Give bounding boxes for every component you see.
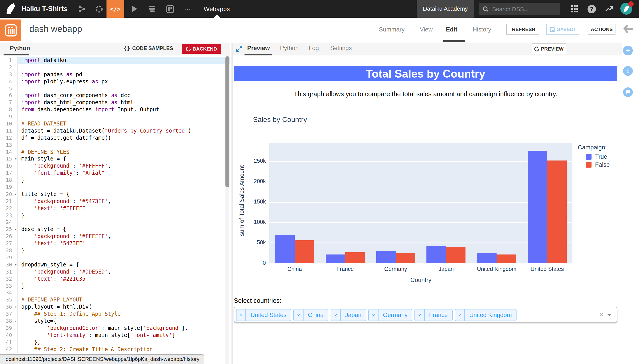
info-button[interactable]: i — [623, 66, 633, 76]
tab-view[interactable]: View — [420, 26, 433, 33]
chip-remove-button[interactable]: × — [369, 310, 379, 320]
dataiku-academy-link[interactable]: Dataiku Academy — [417, 0, 474, 18]
code-line[interactable]: 17 'font-family': "Arial" — [0, 170, 230, 177]
saved-button[interactable]: SAVED! — [546, 24, 579, 34]
code-line[interactable]: 14# DEFINE STYLES — [0, 149, 230, 156]
fold-caret-icon[interactable]: ▾ — [15, 304, 17, 311]
bar-true-china[interactable] — [275, 235, 295, 263]
preview-refresh-button[interactable]: PREVIEW — [532, 44, 566, 54]
code-line[interactable]: 12df = dataset.get_dataframe() — [0, 135, 230, 142]
fold-caret-icon[interactable]: ▾ — [15, 191, 17, 198]
fold-caret-icon[interactable]: ▾ — [15, 226, 17, 234]
code-line[interactable]: 11dataset = dataiku.Dataset("Orders_by_C… — [0, 128, 230, 135]
fold-caret-icon[interactable]: ▾ — [15, 156, 17, 163]
code-line[interactable]: 33} — [0, 283, 230, 290]
country-multiselect[interactable]: ×United States×China×Japan×Germany×Franc… — [234, 307, 617, 322]
backend-button[interactable]: BACKEND — [182, 44, 221, 54]
lab-icon[interactable] — [91, 0, 107, 18]
expand-icon[interactable] — [236, 45, 243, 52]
code-editor[interactable]: 1import dataiku23import pandas as pd4imp… — [0, 56, 230, 364]
bar-false-united-states[interactable] — [547, 160, 567, 263]
avatar[interactable] — [620, 3, 632, 15]
jobs-icon[interactable] — [145, 0, 160, 18]
fold-caret-icon[interactable]: ▾ — [15, 262, 17, 269]
code-line[interactable]: 30▾dropdown_style = { — [0, 262, 230, 269]
tab-history[interactable]: History — [473, 26, 491, 33]
chip-remove-button[interactable]: × — [294, 310, 303, 320]
country-chip-united-kingdom[interactable]: ×United Kingdom — [455, 309, 517, 321]
tab-preview[interactable]: Preview — [247, 45, 270, 52]
help-icon[interactable]: ? — [584, 0, 599, 18]
bar-false-germany[interactable] — [396, 253, 415, 263]
clear-all-icon[interactable]: × — [600, 311, 603, 318]
dashboard-icon[interactable] — [162, 0, 177, 18]
code-line[interactable]: 40 'font-family': main_style['font-famil… — [0, 332, 230, 339]
bar-true-united-states[interactable] — [528, 151, 547, 263]
country-chip-united-states[interactable]: ×United States — [236, 309, 291, 321]
legend-entry-false[interactable]: False — [586, 162, 610, 168]
project-title[interactable]: Haiku T-Shirts — [21, 0, 68, 18]
bar-true-germany[interactable] — [376, 252, 396, 263]
bar-false-france[interactable] — [345, 252, 365, 263]
bar-true-united-kingdom[interactable] — [477, 253, 497, 263]
country-chip-france[interactable]: ×France — [415, 309, 453, 321]
code-line[interactable]: 16 'background': '#FFFFFF', — [0, 163, 230, 170]
tab-log[interactable]: Log — [309, 45, 319, 52]
flow-icon[interactable] — [75, 0, 90, 18]
collapse-panel-arrow-icon[interactable] — [623, 25, 634, 33]
bar-false-china[interactable] — [295, 240, 314, 263]
bar-true-japan[interactable] — [427, 246, 446, 263]
code-line[interactable]: 24 — [0, 219, 230, 226]
bar-false-japan[interactable] — [446, 248, 466, 263]
code-line[interactable]: 41 }, — [0, 339, 230, 346]
add-button[interactable]: + — [623, 46, 633, 56]
bar-true-france[interactable] — [326, 254, 345, 263]
chevron-down-icon[interactable] — [607, 314, 611, 316]
code-line[interactable]: 2 — [0, 64, 230, 72]
panel-divider[interactable] — [231, 42, 232, 364]
code-line[interactable]: 32 'text': '#221C35' — [0, 276, 230, 283]
code-line[interactable]: 21 'background': '#5473FF', — [0, 198, 230, 205]
code-line[interactable]: 31 'background': '#DDE5ED', — [0, 268, 230, 276]
chip-remove-button[interactable]: × — [415, 310, 425, 320]
tab-edit[interactable]: Edit — [446, 26, 457, 33]
code-line[interactable]: 27 'text': '5473FF' — [0, 240, 230, 248]
tab-summary[interactable]: Summary — [379, 26, 405, 33]
refresh-button[interactable]: REFRESH — [506, 24, 539, 34]
code-line[interactable]: 22 'text': '#FFFFFF' — [0, 205, 230, 212]
code-line[interactable]: 15▾main_style = { — [0, 156, 230, 163]
actions-button[interactable]: ACTIONS — [588, 24, 615, 34]
bar-false-united-kingdom[interactable] — [497, 254, 516, 263]
code-line[interactable]: 3import pandas as pd — [0, 72, 230, 78]
chip-remove-button[interactable]: × — [455, 310, 465, 320]
tab-python[interactable]: Python — [280, 45, 299, 52]
play-icon[interactable] — [127, 0, 142, 18]
code-line[interactable]: 34 — [0, 290, 230, 297]
code-line[interactable]: 10# READ DATASET — [0, 120, 230, 128]
code-line[interactable]: 28} — [0, 248, 230, 254]
search-input[interactable] — [491, 5, 551, 13]
code-line[interactable]: 7import dash_html_components as html — [0, 100, 230, 107]
code-line[interactable]: 18} — [0, 177, 230, 184]
code-line[interactable]: 42 ## Step 2: Create Title & Description — [0, 346, 230, 353]
code-line[interactable]: 36▾app.layout = html.Div( — [0, 304, 230, 311]
editor-scrollbar[interactable] — [225, 56, 229, 364]
code-line[interactable]: 5 — [0, 85, 230, 92]
apps-grid-icon[interactable] — [567, 0, 582, 18]
code-line[interactable]: 29 — [0, 254, 230, 262]
code-icon[interactable]: </> — [107, 0, 124, 18]
editor-tab-python[interactable]: Python — [10, 45, 30, 52]
code-line[interactable]: 20▾title_style = { — [0, 191, 230, 198]
code-line[interactable]: 25▾desc_style = { — [0, 226, 230, 234]
code-line[interactable]: 23} — [0, 212, 230, 219]
code-line[interactable]: 35# DEFINE APP LAYOUT — [0, 297, 230, 304]
code-line[interactable]: 8from dash.dependencies import Input, Ou… — [0, 106, 230, 114]
search-box[interactable] — [479, 3, 560, 15]
code-line[interactable]: 9 — [0, 114, 230, 120]
more-icon[interactable]: ⋯ — [180, 0, 195, 18]
activity-icon[interactable] — [602, 0, 617, 18]
chat-button[interactable] — [623, 87, 633, 97]
fold-caret-icon[interactable]: ▾ — [15, 318, 17, 325]
code-line[interactable]: 39 'backgroundColor': main_style['backgr… — [0, 325, 230, 332]
editor-scrollbar-thumb[interactable] — [225, 56, 229, 187]
